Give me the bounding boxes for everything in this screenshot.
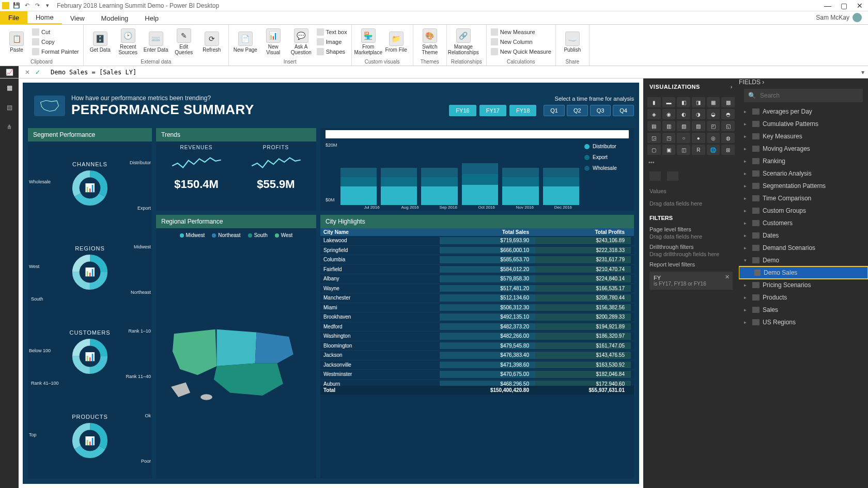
from-file-button[interactable]: 📁From File	[384, 32, 409, 53]
text-box-button[interactable]: Text box	[317, 27, 347, 37]
filter-chip-fy[interactable]: FY is FY17, FY18 or FY16 ✕	[649, 272, 733, 290]
viz-type-button[interactable]: ◐	[677, 109, 690, 119]
donut-chart[interactable]: 📊	[71, 254, 109, 291]
table-row[interactable]: Auburn$468,296.50$172,940.60	[320, 380, 634, 386]
trend-card-profits[interactable]: PROFITS $55.9M	[238, 145, 314, 191]
table-row[interactable]: Jackson$476,383.40$143,476.55	[320, 351, 634, 360]
window-close-icon[interactable]: ✕	[857, 2, 863, 10]
viz-type-button[interactable]: ▮	[647, 97, 661, 107]
field-table[interactable]: ▸US Regions	[739, 316, 868, 328]
drillthrough-hint[interactable]: Drag drillthrough fields here	[649, 250, 733, 261]
viz-type-button[interactable]: 🌐	[707, 145, 720, 155]
viz-type-button[interactable]: ◧	[677, 97, 690, 107]
field-table[interactable]: ▸Ranking	[739, 155, 868, 167]
table-row[interactable]: Brookhaven$492,135.10$200,289.33	[320, 312, 634, 322]
qat-save-icon[interactable]: 💾	[11, 2, 22, 10]
viz-type-button[interactable]: ▨	[692, 121, 705, 131]
viz-type-button[interactable]: ⊞	[721, 145, 735, 155]
quarter-button-q3[interactable]: Q3	[590, 105, 611, 116]
viz-type-button[interactable]: ○	[677, 133, 690, 143]
donut-chart[interactable]: 📊	[71, 422, 109, 459]
viz-type-button[interactable]: ▩	[721, 97, 735, 107]
model-view-button[interactable]: ⋔	[3, 121, 16, 133]
regional-performance-panel[interactable]: Regional Performance MidwestNortheastSou…	[156, 215, 316, 479]
field-table[interactable]: ▸Scenario Analysis	[739, 167, 868, 180]
viz-type-button[interactable]: ◱	[721, 121, 735, 131]
qat-undo-icon[interactable]: ↶	[22, 2, 32, 10]
region-legend-item[interactable]: Northeast	[212, 232, 240, 238]
formula-input[interactable]	[47, 67, 858, 77]
viz-type-button[interactable]: ◳	[662, 133, 676, 143]
table-row[interactable]: Bloomington$479,545.80$161,747.05	[320, 341, 634, 351]
publish-button[interactable]: ☁️Publish	[560, 32, 585, 53]
table-row[interactable]: Fairfield$584,012.20$210,470.74	[320, 265, 634, 275]
field-table[interactable]: ▸Custom Groups	[739, 204, 868, 217]
page-filters-hint[interactable]: Drag data fields here	[649, 232, 733, 244]
tab-file[interactable]: File	[0, 11, 27, 24]
quarter-button-q4[interactable]: Q4	[613, 105, 634, 116]
refresh-button[interactable]: ⟳Refresh	[199, 32, 224, 53]
manage-relationships-button[interactable]: 🔗Manage Relationships	[451, 28, 476, 55]
ask-question-button[interactable]: 💬Ask A Question	[289, 28, 314, 55]
viz-type-button[interactable]: ▦	[707, 97, 720, 107]
get-data-button[interactable]: 🗄️Get Data	[88, 32, 113, 53]
table-row[interactable]: Westminster$470,675.00$182,046.84	[320, 370, 634, 380]
table-row[interactable]: Springfield$666,000.10$222,318.33	[320, 246, 634, 256]
quarter-button-q1[interactable]: Q1	[544, 105, 565, 116]
viz-type-button[interactable]: ◲	[647, 133, 661, 143]
viz-type-button[interactable]: ▣	[662, 145, 676, 155]
enter-data-button[interactable]: ⌨️Enter Data	[144, 32, 168, 53]
qat-customize-icon[interactable]: ▾	[42, 2, 53, 10]
viz-type-button[interactable]: ◰	[707, 121, 720, 131]
viz-type-button[interactable]: ◓	[721, 109, 735, 119]
region-legend-item[interactable]: South	[248, 232, 268, 238]
stacked-bar-chart[interactable]: $20M $0M Jul 2016Aug 2016Sep 2016Oct 201…	[320, 128, 634, 211]
segment-channels[interactable]: CHANNELS📊WholesaleDistributorExport	[28, 141, 152, 226]
col-city-name[interactable]: City Name	[323, 229, 440, 235]
formula-expand-icon[interactable]: ▾	[858, 69, 868, 76]
viz-type-button[interactable]: ◑	[692, 109, 705, 119]
window-minimize-icon[interactable]: —	[824, 2, 831, 10]
us-map-visual[interactable]	[156, 242, 316, 479]
tab-view[interactable]: View	[62, 12, 93, 24]
field-table[interactable]: ▸Cumulative Patterns	[739, 118, 868, 130]
field-table[interactable]: ▸Key Measures	[739, 130, 868, 143]
bar-stack[interactable]	[381, 168, 417, 205]
field-table[interactable]: ▸Time Comparison	[739, 192, 868, 204]
viz-type-button[interactable]: ◈	[647, 109, 661, 119]
field-table[interactable]: ▸Pricing Scenarios	[739, 279, 868, 291]
quarter-button-q2[interactable]: Q2	[567, 105, 588, 116]
region-legend-item[interactable]: Midwest	[180, 232, 205, 238]
table-row[interactable]: Washington$482,266.00$186,320.97	[320, 332, 634, 341]
col-total-sales[interactable]: Total Sales	[440, 229, 535, 235]
formula-cancel-icon[interactable]: ✕	[25, 69, 30, 76]
viz-type-button[interactable]: ◎	[707, 133, 720, 143]
viz-type-button[interactable]: ◨	[692, 97, 705, 107]
field-table[interactable]: ▸Customers	[739, 217, 868, 229]
viz-type-button[interactable]: ▥	[662, 121, 676, 131]
field-measure[interactable]: Demo Sales	[739, 266, 868, 279]
trend-card-revenues[interactable]: REVENUES $150.4M	[158, 145, 235, 191]
field-table[interactable]: ▸Demand Scenarios	[739, 242, 868, 254]
viz-more-icon[interactable]: •••	[643, 157, 739, 167]
viz-type-button[interactable]: ◒	[707, 109, 720, 119]
viz-type-button[interactable]: ▬	[662, 97, 676, 107]
segment-products[interactable]: PRODUCTS📊TopOkPoor	[28, 395, 152, 479]
table-row[interactable]: Manchester$512,134.60$208,780.44	[320, 293, 634, 303]
donut-chart[interactable]: 📊	[71, 338, 109, 375]
table-row[interactable]: Lakewood$719,693.90$243,106.89	[320, 236, 634, 246]
legend-item[interactable]: Distributor	[584, 144, 627, 149]
table-row[interactable]: Medford$482,373.20$194,921.89	[320, 322, 634, 332]
fy-button-fy16[interactable]: FY16	[449, 105, 476, 116]
table-row[interactable]: Miami$506,312.30$156,382.56	[320, 303, 634, 313]
filter-chip-close-icon[interactable]: ✕	[725, 274, 730, 280]
tab-home[interactable]: Home	[27, 11, 62, 24]
fy-button-fy18[interactable]: FY18	[509, 105, 536, 116]
edit-queries-button[interactable]: ✎Edit Queries	[172, 28, 196, 55]
copy-button[interactable]: Copy	[32, 37, 79, 46]
region-legend-item[interactable]: West	[275, 232, 293, 238]
values-well-hint[interactable]: Drag data fields here	[643, 197, 739, 210]
bar-stack[interactable]	[502, 168, 538, 205]
viz-type-button[interactable]: ▤	[647, 121, 661, 131]
segment-regions[interactable]: REGIONS📊WestMidwestNortheastSouth	[28, 226, 152, 310]
